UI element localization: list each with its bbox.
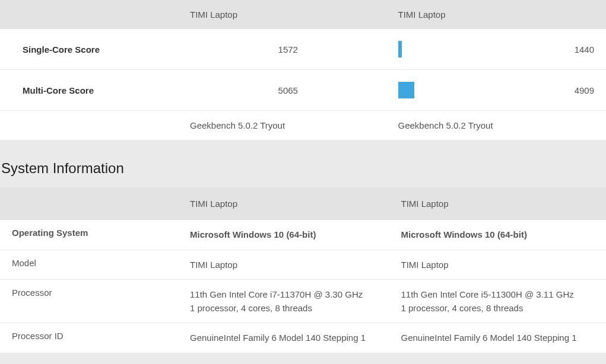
sysinfo-row: ModelTIMI LaptopTIMI Laptop [0, 250, 606, 280]
score-value-a: 5065 [190, 85, 398, 95]
score-header-b: TIMI Laptop [398, 9, 595, 20]
score-value-a: 1572 [190, 44, 398, 55]
system-information-heading: System Information [0, 140, 606, 187]
sysinfo-value-a: 11th Gen Intel Core i7-11370H @ 3.30 GHz… [190, 288, 401, 315]
sysinfo-header-row: TIMI Laptop TIMI Laptop [0, 187, 606, 220]
sysinfo-header-b: TIMI Laptop [401, 197, 595, 210]
score-bar [398, 82, 414, 98]
sysinfo-row: Processor IDGenuineIntel Family 6 Model … [0, 323, 606, 352]
sysinfo-row: Processor11th Gen Intel Core i7-11370H @… [0, 280, 606, 324]
score-row-label: Multi-Core Score [12, 85, 190, 95]
score-table: TIMI Laptop TIMI Laptop Single-Core Scor… [0, 0, 606, 140]
score-bar-area [398, 82, 559, 98]
score-row-label: Single-Core Score [12, 44, 190, 55]
sysinfo-label: Processor ID [12, 331, 190, 341]
score-header-row: TIMI Laptop TIMI Laptop [0, 0, 606, 29]
sysinfo-value-a: GenuineIntel Family 6 Model 140 Stepping… [190, 331, 401, 344]
sysinfo-value-a: Microsoft Windows 10 (64-bit) [190, 228, 401, 241]
sysinfo-label: Processor [12, 288, 190, 298]
score-row: Multi-Core Score50654909 [0, 70, 606, 111]
score-bar [398, 41, 402, 58]
sysinfo-row: Operating SystemMicrosoft Windows 10 (64… [0, 220, 606, 250]
score-header-a: TIMI Laptop [190, 9, 398, 20]
sysinfo-value-b: TIMI Laptop [401, 258, 595, 272]
sysinfo-value-b: Microsoft Windows 10 (64-bit) [401, 228, 595, 241]
score-footer-b: Geekbench 5.0.2 Tryout [398, 120, 595, 130]
score-row: Single-Core Score15721440 [0, 29, 606, 70]
score-footer-row: Geekbench 5.0.2 Tryout Geekbench 5.0.2 T… [0, 111, 606, 140]
score-value-b-wrap: 1440 [398, 41, 595, 58]
sysinfo-value-b: 11th Gen Intel Core i5-11300H @ 3.11 GHz… [401, 288, 595, 315]
sysinfo-label: Operating System [12, 228, 190, 238]
sysinfo-label: Model [12, 258, 190, 268]
system-info-table: TIMI Laptop TIMI Laptop Operating System… [0, 187, 606, 353]
score-value-b: 1440 [559, 44, 594, 55]
sysinfo-header-a: TIMI Laptop [190, 197, 401, 210]
sysinfo-value-a: TIMI Laptop [190, 258, 401, 272]
score-value-b-wrap: 4909 [398, 82, 595, 98]
sysinfo-value-b: GenuineIntel Family 6 Model 140 Stepping… [401, 331, 595, 344]
score-value-b: 4909 [559, 85, 594, 95]
score-footer-a: Geekbench 5.0.2 Tryout [190, 120, 398, 130]
score-bar-area [398, 41, 559, 58]
